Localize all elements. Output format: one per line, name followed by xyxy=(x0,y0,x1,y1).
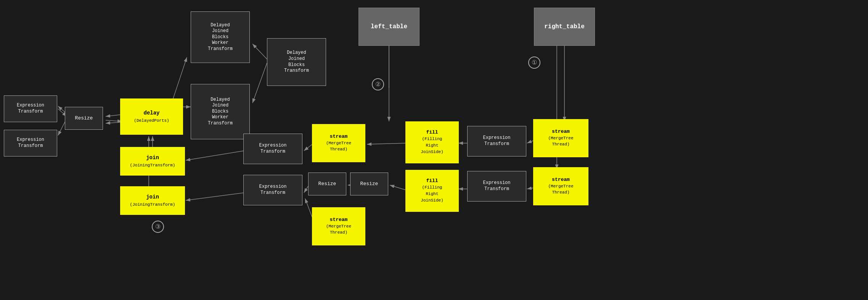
stream-mid-bot-label: stream(MergeTreeThread) xyxy=(326,217,351,236)
resize-mid-left-node: Resize xyxy=(308,173,346,195)
svg-line-14 xyxy=(186,151,244,160)
expr-mid-bot-label: ExpressionTransform xyxy=(259,184,286,196)
circle-1-label: ① xyxy=(528,56,540,69)
fill-bot-node: fill(FillingRightJoinSide) xyxy=(405,170,459,212)
svg-line-10 xyxy=(304,144,313,151)
join-top-node: join(JoiningTransform) xyxy=(120,147,185,176)
expr-left-bot-label: ExpressionTransform xyxy=(17,137,44,149)
svg-line-19 xyxy=(106,120,122,121)
resize-left-label: Resize xyxy=(75,115,93,122)
join-bot-label: join(JoiningTransform) xyxy=(130,194,175,207)
resize-mid-right-node: Resize xyxy=(350,173,388,195)
expr-mid-top-label: ExpressionTransform xyxy=(259,143,286,155)
fill-bot-label: fill(FillingRightJoinSide) xyxy=(421,178,443,204)
circle-2-label: ② xyxy=(372,78,384,90)
svg-line-26 xyxy=(252,44,267,59)
left-table-node: left_table xyxy=(358,8,420,46)
expr-mid-bot-node: ExpressionTransform xyxy=(243,175,302,205)
delayed-worker-2-node: DelayedJoinedBlocksWorkerTransform xyxy=(191,84,250,139)
svg-line-13 xyxy=(305,198,313,219)
delayed-joined-node: DelayedJoinedBlocksTransform xyxy=(267,38,326,86)
svg-line-18 xyxy=(106,115,122,116)
expr-right-top-node: ExpressionTransform xyxy=(467,126,526,156)
fill-top-label: fill(FillingRightJoinSide) xyxy=(421,129,443,155)
circle-1-text: ① xyxy=(532,59,537,66)
stream-right-bot-label: stream(MergeTreeThread) xyxy=(548,177,573,196)
svg-line-25 xyxy=(172,57,187,103)
expr-left-top-node: ExpressionTransform xyxy=(4,95,57,122)
delayed-worker-2-label: DelayedJoinedBlocksWorkerTransform xyxy=(208,97,233,127)
delay-node: delay(DelayedPorts) xyxy=(120,98,183,135)
stream-right-top-node: stream(MergeTreeThread) xyxy=(533,119,588,157)
svg-line-8 xyxy=(367,143,406,144)
stream-right-top-label: stream(MergeTreeThread) xyxy=(548,129,573,148)
delay-label: delay(DelayedPorts) xyxy=(134,110,169,123)
expr-right-bot-label: ExpressionTransform xyxy=(483,180,510,192)
circle-3-label: ③ xyxy=(152,221,164,233)
circle-2-text: ② xyxy=(375,81,381,88)
resize-left-node: Resize xyxy=(65,107,103,130)
expr-left-top-label: ExpressionTransform xyxy=(17,103,44,115)
delayed-joined-label: DelayedJoinedBlocksTransform xyxy=(284,50,309,74)
expr-mid-top-node: ExpressionTransform xyxy=(243,134,302,164)
stream-mid-top-label: stream(MergeTreeThread) xyxy=(326,134,351,153)
svg-line-27 xyxy=(252,63,267,103)
svg-line-15 xyxy=(186,193,244,200)
svg-line-20 xyxy=(106,122,122,123)
svg-line-9 xyxy=(390,185,406,190)
stream-mid-top-node: stream(MergeTreeThread) xyxy=(312,124,365,162)
expr-left-bot-node: ExpressionTransform xyxy=(4,130,57,156)
stream-mid-bot-node: stream(MergeTreeThread) xyxy=(312,207,365,245)
fill-top-node: fill(FillingRightJoinSide) xyxy=(405,121,459,163)
right-table-label: right_table xyxy=(544,23,585,31)
circle-3-text: ③ xyxy=(155,223,161,231)
resize-mid-left-label: Resize xyxy=(318,181,336,187)
expr-right-top-label: ExpressionTransform xyxy=(483,135,510,147)
join-top-label: join(JoiningTransform) xyxy=(130,154,175,168)
join-bot-node: join(JoiningTransform) xyxy=(120,186,185,215)
right-table-node: right_table xyxy=(534,8,595,46)
left-table-label: left_table xyxy=(371,23,407,31)
expr-right-bot-node: ExpressionTransform xyxy=(467,171,526,202)
delayed-worker-1-node: DelayedJoinedBlocksWorkerTransform xyxy=(191,11,250,63)
delayed-worker-1-label: DelayedJoinedBlocksWorkerTransform xyxy=(208,23,233,52)
resize-mid-right-label: Resize xyxy=(360,181,378,187)
stream-right-bot-node: stream(MergeTreeThread) xyxy=(533,167,588,205)
